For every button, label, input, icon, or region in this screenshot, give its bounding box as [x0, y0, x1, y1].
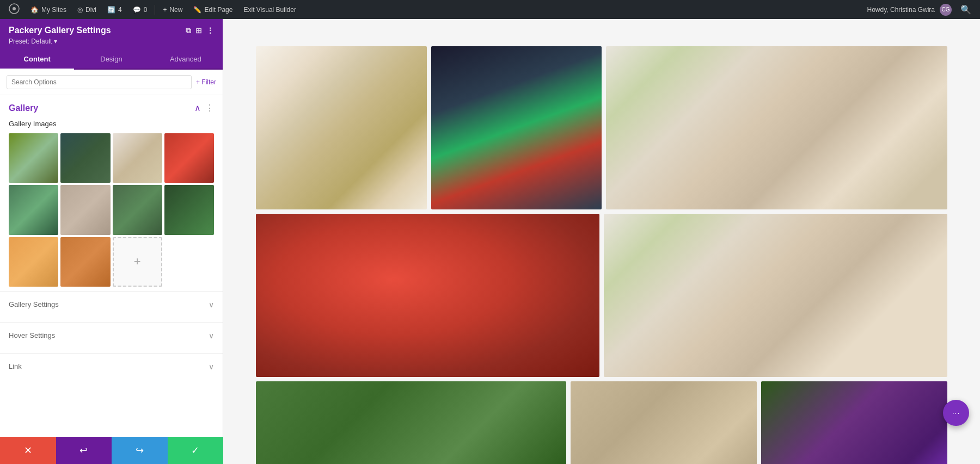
gallery-menu-icon[interactable]: ⋮: [205, 103, 214, 113]
gallery-section-header: Gallery ∧ ⋮: [0, 95, 223, 117]
undo-icon: ↩: [79, 444, 88, 456]
panel-title-icons: ⧉ ⊞ ⋮: [186, 26, 214, 35]
gallery-row-1: [256, 46, 947, 209]
thumb-5[interactable]: [9, 185, 58, 234]
gallery-item-6[interactable]: [256, 381, 566, 464]
panel-search-row: + Filter: [0, 70, 223, 95]
divi-icon: ◎: [77, 6, 83, 14]
comments-item[interactable]: 💬 0: [128, 0, 152, 19]
panel-title-row: Packery Gallery Settings ⧉ ⊞ ⋮: [9, 26, 214, 35]
gallery-settings-section: Gallery Settings ∨: [0, 291, 223, 318]
gallery-settings-label: Gallery Settings: [9, 300, 59, 308]
gallery-row-3: [256, 381, 947, 464]
gallery-collapse-icon[interactable]: ∧: [194, 103, 201, 113]
gallery-item-7[interactable]: [571, 381, 757, 464]
gallery-section-actions: ∧ ⋮: [194, 103, 214, 113]
preset-label[interactable]: Preset: Default ▾: [9, 38, 214, 45]
redo-button[interactable]: ↪: [112, 437, 168, 464]
gallery-images-label: Gallery Images: [0, 117, 223, 133]
new-item[interactable]: + New: [158, 0, 187, 19]
thumb-3[interactable]: [113, 133, 162, 183]
updates-item[interactable]: 🔄 4: [103, 0, 126, 19]
refresh-icon: 🔄: [107, 6, 115, 14]
thumb-1[interactable]: [9, 133, 58, 183]
svg-point-1: [13, 7, 16, 10]
hover-settings-section: Hover Settings ∨: [0, 322, 223, 349]
wp-logo-item[interactable]: [4, 0, 24, 19]
panel-more-icon[interactable]: ⋮: [206, 26, 214, 35]
chevron-down-icon: ▾: [54, 38, 57, 45]
cancel-button[interactable]: ✕: [0, 437, 56, 464]
wp-icon: [9, 3, 20, 16]
link-chevron: ∨: [209, 362, 214, 371]
gallery-item-4[interactable]: [256, 214, 599, 377]
settings-panel: Packery Gallery Settings ⧉ ⊞ ⋮ Preset: D…: [0, 19, 223, 464]
canvas-area: ···: [223, 19, 980, 464]
panel-copy-icon[interactable]: ⧉: [186, 26, 191, 35]
gallery-settings-header[interactable]: Gallery Settings ∨: [0, 292, 223, 318]
hover-settings-label: Hover Settings: [9, 331, 55, 339]
gallery-item-2[interactable]: [431, 46, 602, 209]
edit-icon: ✏️: [193, 6, 201, 14]
panel-title-text: Packery Gallery Settings: [9, 26, 111, 35]
fab-icon: ···: [952, 409, 960, 417]
link-header[interactable]: Link ∨: [0, 354, 223, 380]
undo-button[interactable]: ↩: [56, 437, 112, 464]
search-input[interactable]: [7, 75, 192, 89]
image-grid: +: [0, 133, 223, 287]
panel-tabs: Content Design Advanced: [0, 50, 223, 70]
tab-advanced[interactable]: Advanced: [149, 50, 223, 70]
mysites-item[interactable]: 🏠 My Sites: [26, 0, 71, 19]
gallery-item-5[interactable]: [604, 214, 947, 377]
panel-grid-icon[interactable]: ⊞: [195, 26, 202, 35]
user-greeting-text: Howdy, Christina Gwira: [867, 6, 935, 14]
panel-header: Packery Gallery Settings ⧉ ⊞ ⋮ Preset: D…: [0, 19, 223, 50]
plus-icon: +: [163, 6, 167, 14]
user-greeting-item[interactable]: Howdy, Christina Gwira CG: [863, 0, 956, 19]
main-layout: Packery Gallery Settings ⧉ ⊞ ⋮ Preset: D…: [0, 19, 980, 464]
add-image-button[interactable]: +: [113, 237, 162, 287]
link-section: Link ∨: [0, 353, 223, 380]
thumb-7[interactable]: [113, 185, 162, 234]
filter-button[interactable]: + Filter: [196, 75, 216, 89]
thumb-2[interactable]: [60, 133, 110, 183]
hover-settings-header[interactable]: Hover Settings ∨: [0, 323, 223, 349]
gallery-layout: [256, 46, 947, 464]
save-icon: ✓: [191, 444, 199, 456]
gallery-settings-chevron: ∨: [209, 300, 214, 309]
gallery-item-1[interactable]: [256, 46, 427, 209]
admin-bar: 🏠 My Sites ◎ Divi 🔄 4 💬 0 + New ✏️ Edit …: [0, 0, 980, 19]
bar-separator: [155, 5, 155, 15]
edit-page-item[interactable]: ✏️ Edit Page: [189, 0, 237, 19]
panel-content: Gallery ∧ ⋮ Gallery Images: [0, 95, 223, 464]
thumb-9[interactable]: [9, 237, 58, 287]
link-label: Link: [9, 362, 22, 370]
comment-icon: 💬: [133, 6, 141, 14]
admin-search-button[interactable]: 🔍: [956, 0, 976, 19]
gallery-row-2: [256, 214, 947, 377]
cancel-icon: ✕: [24, 444, 32, 456]
thumb-4[interactable]: [164, 133, 214, 183]
fab-button[interactable]: ···: [943, 400, 969, 426]
exit-visual-builder-item[interactable]: Exit Visual Builder: [239, 0, 301, 19]
thumb-6[interactable]: [60, 185, 110, 234]
canvas-inner: [223, 19, 980, 464]
redo-icon: ↪: [136, 444, 144, 456]
gallery-item-3[interactable]: [606, 46, 947, 209]
save-button[interactable]: ✓: [168, 437, 224, 464]
home-icon: 🏠: [30, 6, 39, 14]
gallery-section-title: Gallery: [9, 103, 38, 113]
tab-design[interactable]: Design: [74, 50, 148, 70]
search-icon: 🔍: [960, 4, 971, 15]
avatar: CG: [940, 4, 952, 16]
thumb-8[interactable]: [164, 185, 214, 234]
tab-content[interactable]: Content: [0, 50, 74, 70]
hover-settings-chevron: ∨: [209, 331, 214, 340]
bottom-toolbar: ✕ ↩ ↪ ✓: [0, 437, 223, 464]
gallery-item-8[interactable]: [761, 381, 947, 464]
admin-bar-right: Howdy, Christina Gwira CG 🔍: [863, 0, 976, 19]
thumb-10[interactable]: [60, 237, 110, 287]
divi-item[interactable]: ◎ Divi: [73, 0, 101, 19]
